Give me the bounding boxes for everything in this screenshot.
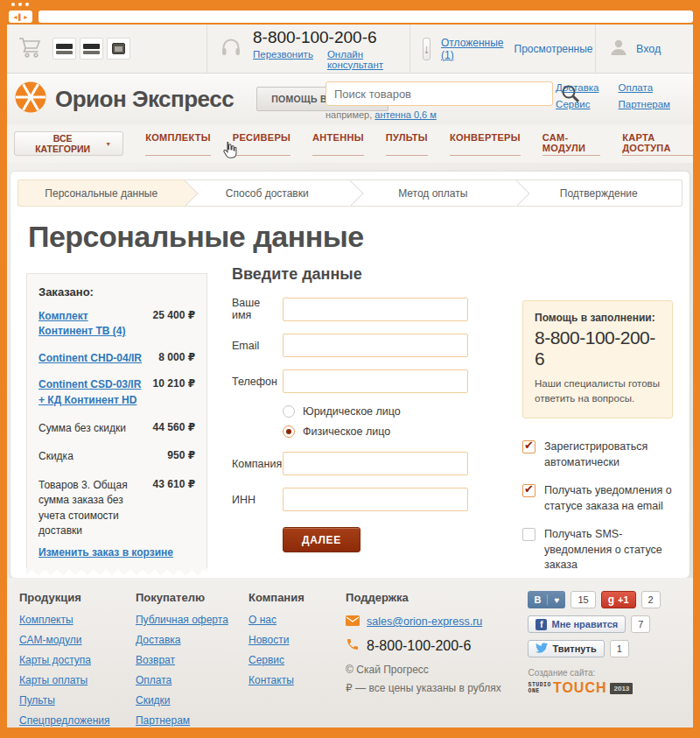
order-item-link[interactable]: Continent CSD-03/IR + КД Континент HD [38, 378, 141, 405]
vk-share-button[interactable]: В ♥ [528, 591, 565, 608]
cart-product-thumbnails [52, 38, 130, 60]
service-link[interactable]: Сервис [556, 99, 598, 109]
company-field[interactable] [283, 452, 468, 475]
next-button[interactable]: ДАЛЕЕ [283, 527, 360, 552]
step-delivery-method[interactable]: Способ доставки [185, 179, 351, 207]
tw-label: Твитнуть [552, 643, 596, 654]
browser-chrome-top: ◄▌► [0, 0, 700, 25]
footer-link[interactable]: Пульты [19, 694, 136, 706]
topbar: 8-800-100-200-6 Перезвонить Онлайн консу… [7, 25, 693, 74]
step-label: Подтверждение [560, 187, 638, 200]
checkbox-sms-notifications[interactable]: Получать SMS-уведомления о статусе заказ… [522, 527, 673, 573]
checkout-card: Персональные данные Способ доставки Мето… [10, 172, 690, 578]
cart-section [7, 25, 206, 73]
checkbox-icon [522, 528, 536, 541]
header: Орион Экспресс ПОМОЩЬ В ВЫБОРЕ например,… [7, 74, 693, 124]
footer-link[interactable]: Скидки [136, 694, 248, 706]
footer: Продукция Комплекты САМ-модули Карты дос… [7, 578, 693, 727]
radio-legal-entity[interactable]: Юридическое лицо [283, 405, 496, 418]
checkout-content: Заказано: Комплект Континент ТВ (4) 25 4… [10, 265, 690, 578]
checkbox-email-notifications[interactable]: Получать уведомления о статусе заказа на… [522, 483, 673, 514]
user-icon [608, 37, 629, 61]
footer-link[interactable]: Возврат [136, 654, 248, 666]
footer-link[interactable]: О нас [248, 614, 346, 626]
step-label: Персональные данные [45, 187, 158, 200]
callback-link[interactable]: Перезвонить [253, 49, 313, 70]
footer-link[interactable]: Партнерам [136, 714, 248, 727]
cart-icon[interactable] [18, 35, 44, 62]
help-box: Помощь в заполнении: 8-800-100-200-6 Наш… [522, 300, 673, 418]
options-checkbox-list: Зарегистрироваться автоматически Получат… [522, 439, 673, 573]
delivery-link[interactable]: Доставка [556, 82, 598, 93]
nav-item-pulty[interactable]: ПУЛЬТЫ [386, 132, 428, 156]
nav-item-antenny[interactable]: АНТЕННЫ [312, 132, 364, 156]
cart-thumb-module[interactable] [107, 38, 130, 60]
logo[interactable]: Орион Экспресс [14, 81, 234, 117]
facebook-like-button[interactable]: f Мне нравится [528, 615, 626, 633]
browser-chrome-bottom [0, 727, 700, 738]
order-item-link[interactable]: Комплект Континент ТВ (4) [38, 310, 126, 337]
footer-link[interactable]: Спецпредложения [19, 714, 136, 727]
login-section: Вход [595, 25, 693, 73]
checkbox-auto-register[interactable]: Зарегистрироваться автоматически [522, 439, 673, 470]
help-box-phone: 8-800-100-200-6 [535, 327, 661, 369]
order-item: Continent CHD-04/IR 8 000 ₽ [38, 351, 195, 366]
search-input[interactable] [326, 81, 553, 106]
radio-physical-person[interactable]: Физическое лицо [283, 425, 496, 438]
viewed-link[interactable]: Просмотренные [514, 43, 593, 55]
footer-link[interactable]: Сервис [248, 654, 346, 666]
nav-item-resivery[interactable]: РЕСИВЕРЫ [233, 132, 290, 156]
step-confirmation[interactable]: Подтверждение [516, 179, 683, 207]
logo-icon [14, 81, 47, 117]
footer-column-title: Покупателю [136, 591, 248, 604]
company-label: Компания [232, 458, 283, 470]
gplus-count: 2 [641, 591, 661, 608]
footer-link[interactable]: Карты доступа [19, 654, 136, 666]
support-phone: 8-800-100-200-6 [367, 638, 471, 654]
footer-link[interactable]: Комплекты [19, 614, 136, 626]
partners-link[interactable]: Партнерам [618, 99, 670, 109]
cart-thumb-receiver-1[interactable] [52, 38, 76, 60]
email-field[interactable] [283, 334, 468, 357]
order-item-price: 8 000 ₽ [158, 351, 195, 366]
order-item-link[interactable]: Continent CHD-04/IR [38, 352, 142, 364]
footer-link[interactable]: Доставка [136, 634, 248, 646]
support-email-link[interactable]: sales@orion-express.ru [367, 615, 482, 628]
facebook-icon: f [536, 619, 547, 630]
online-consultant-link[interactable]: Онлайн консультант [327, 49, 397, 70]
search-example-link[interactable]: антенна 0,6 м [374, 109, 436, 120]
hand-cursor-icon [220, 140, 239, 165]
all-categories-button[interactable]: ВСЕ КАТЕГОРИИ ▼ [14, 131, 123, 156]
tweet-button[interactable]: Твитнуть [528, 640, 604, 657]
step-label: Способ доставки [226, 187, 309, 200]
cart-thumb-receiver-2[interactable] [80, 38, 103, 60]
deferred-link[interactable]: Отложенные (1) [441, 37, 504, 61]
all-categories-label: ВСЕ КАТЕГОРИИ [26, 133, 99, 154]
phone-field[interactable] [283, 369, 468, 393]
google-plus-icon: g [608, 594, 614, 606]
footer-link[interactable]: САМ-модули [19, 634, 136, 646]
inn-field[interactable] [283, 488, 468, 511]
inn-label: ИНН [232, 494, 283, 506]
order-subtotal-row: Сумма без скидки 44 560 ₽ [38, 421, 195, 436]
footer-link[interactable]: Оплата [136, 674, 248, 686]
nav-item-karta-dostupa[interactable]: КАРТА ДОСТУПА [622, 132, 693, 156]
edit-order-link[interactable]: Изменить заказ в корзине [38, 546, 173, 559]
payment-link[interactable]: Оплата [618, 82, 670, 93]
footer-column-company: Компания О нас Новости Сервис Контакты [248, 591, 346, 727]
checkbox-icon [522, 484, 536, 497]
studio-logo[interactable]: STUDIO ONE TOUCH 2013 [528, 680, 693, 696]
footer-link[interactable]: Контакты [248, 674, 346, 686]
login-link[interactable]: Вход [636, 43, 661, 55]
google-plus-button[interactable]: g +1 [601, 591, 636, 608]
nav-item-komplekty[interactable]: КОМПЛЕКТЫ [145, 132, 211, 156]
footer-link[interactable]: Новости [248, 634, 346, 646]
step-personal-data[interactable]: Персональные данные [18, 179, 185, 207]
address-bar[interactable] [38, 11, 693, 23]
nav-item-cam-moduli[interactable]: САМ-МОДУЛИ [542, 132, 600, 156]
name-field[interactable] [283, 298, 468, 321]
step-payment-method[interactable]: Метод оплаты [350, 179, 516, 207]
nav-item-konvertery[interactable]: КОНВЕРТЕРЫ [450, 132, 521, 156]
footer-link[interactable]: Публичная оферта [136, 614, 248, 626]
footer-link[interactable]: Карты оплаты [19, 674, 136, 686]
